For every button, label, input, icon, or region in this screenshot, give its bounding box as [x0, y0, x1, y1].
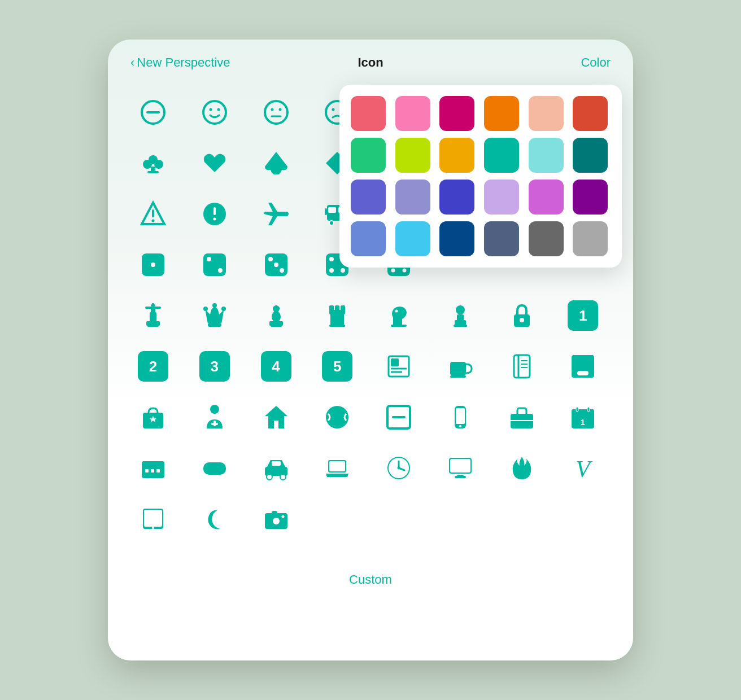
svg-rect-17 — [147, 171, 159, 173]
icon-book[interactable] — [370, 341, 427, 392]
icon-letter-v[interactable]: V — [555, 443, 611, 493]
custom-button[interactable]: Custom — [108, 561, 633, 598]
icon-queen[interactable] — [186, 290, 243, 341]
color-swatch-5[interactable] — [573, 96, 608, 131]
svg-point-152 — [152, 527, 154, 529]
icon-num-3[interactable]: 3 — [186, 341, 243, 392]
app-container: ‹ New Perspective Icon Color — [108, 40, 633, 660]
icon-smiley[interactable] — [186, 87, 243, 138]
icon-phone[interactable] — [432, 392, 489, 443]
icon-warning[interactable] — [125, 189, 181, 239]
svg-rect-29 — [328, 207, 336, 213]
svg-point-51 — [329, 268, 334, 273]
svg-point-49 — [329, 257, 334, 261]
icon-minus-circle[interactable] — [125, 87, 181, 138]
svg-point-68 — [212, 303, 217, 308]
icon-num-4[interactable]: 4 — [248, 341, 304, 392]
icon-king[interactable] — [125, 290, 181, 341]
icon-shopping-bag[interactable] — [125, 392, 181, 443]
color-swatch-4[interactable] — [529, 96, 564, 131]
color-swatch-11[interactable] — [573, 138, 608, 173]
color-swatch-8[interactable] — [439, 138, 474, 173]
color-swatch-9[interactable] — [484, 138, 519, 173]
num-badge-4: 4 — [261, 351, 291, 382]
icon-num-5[interactable]: 5 — [309, 341, 365, 392]
color-swatch-20[interactable] — [439, 221, 474, 256]
color-swatch-0[interactable] — [351, 96, 386, 131]
svg-point-52 — [341, 268, 345, 273]
icon-neutral[interactable] — [248, 87, 304, 138]
color-swatch-23[interactable] — [573, 221, 608, 256]
icon-exclamation[interactable] — [186, 189, 243, 239]
icon-clubs[interactable] — [125, 138, 181, 189]
icon-tennis[interactable] — [309, 392, 365, 443]
svg-point-83 — [395, 310, 398, 313]
icon-gamepad[interactable] — [186, 443, 243, 493]
svg-rect-139 — [329, 461, 345, 471]
color-swatch-10[interactable] — [529, 138, 564, 173]
icon-inbox[interactable] — [555, 341, 611, 392]
icon-num-1[interactable]: 1 — [555, 290, 611, 341]
icon-dice-1[interactable] — [125, 239, 181, 290]
color-swatch-3[interactable] — [484, 96, 519, 131]
icon-no-entry[interactable] — [370, 392, 427, 443]
color-swatch-6[interactable] — [351, 138, 386, 173]
icon-num-2[interactable]: 2 — [125, 341, 181, 392]
icon-dice-3[interactable] — [248, 239, 304, 290]
icon-calendar[interactable]: 1 — [555, 392, 611, 443]
svg-point-72 — [272, 311, 281, 322]
svg-rect-137 — [272, 461, 281, 466]
svg-point-135 — [267, 474, 272, 480]
color-button[interactable]: Color — [581, 55, 611, 70]
icon-camera[interactable] — [248, 493, 304, 544]
color-swatch-22[interactable] — [529, 221, 564, 256]
color-swatch-2[interactable] — [439, 96, 474, 131]
svg-point-131 — [217, 466, 221, 469]
icon-airplane[interactable] — [248, 189, 304, 239]
svg-point-5 — [265, 101, 287, 124]
icon-moon[interactable] — [186, 493, 243, 544]
icon-knight[interactable] — [370, 290, 427, 341]
color-swatch-7[interactable] — [395, 138, 430, 173]
icon-heart[interactable] — [186, 138, 243, 189]
icon-dice-2[interactable] — [186, 239, 243, 290]
svg-rect-86 — [457, 314, 464, 321]
icon-lock[interactable] — [494, 290, 550, 341]
svg-point-2 — [203, 101, 226, 124]
icon-clock[interactable] — [370, 443, 427, 493]
svg-rect-80 — [335, 305, 339, 311]
svg-rect-146 — [450, 459, 470, 473]
icon-mug[interactable] — [432, 341, 489, 392]
color-swatch-12[interactable] — [351, 180, 386, 215]
svg-rect-130 — [206, 468, 210, 470]
color-swatch-14[interactable] — [439, 180, 474, 215]
svg-rect-156 — [272, 511, 277, 514]
svg-rect-103 — [577, 371, 589, 375]
icon-tablet[interactable] — [125, 493, 181, 544]
color-swatch-21[interactable] — [484, 221, 519, 256]
icon-briefcase[interactable] — [494, 392, 550, 443]
icon-bishop[interactable] — [248, 290, 304, 341]
icon-doctor[interactable] — [186, 392, 243, 443]
icon-fire[interactable] — [494, 443, 550, 493]
svg-rect-77 — [330, 313, 344, 326]
icon-home[interactable] — [248, 392, 304, 443]
back-button[interactable]: ‹ New Perspective — [130, 55, 230, 70]
color-swatch-18[interactable] — [351, 221, 386, 256]
svg-point-106 — [210, 405, 219, 414]
icon-laptop[interactable] — [309, 443, 365, 493]
color-swatch-17[interactable] — [573, 180, 608, 215]
icon-rook[interactable] — [309, 290, 365, 341]
icon-monitor[interactable] — [432, 443, 489, 493]
color-swatch-16[interactable] — [529, 180, 564, 215]
icon-calendar2[interactable] — [125, 443, 181, 493]
icon-pawn[interactable] — [432, 290, 489, 341]
icon-car[interactable] — [248, 443, 304, 493]
color-swatch-15[interactable] — [484, 180, 519, 215]
color-swatch-13[interactable] — [395, 180, 430, 215]
icon-notebook[interactable] — [494, 341, 550, 392]
color-swatch-1[interactable] — [395, 96, 430, 131]
svg-rect-151 — [144, 510, 162, 527]
color-swatch-19[interactable] — [395, 221, 430, 256]
icon-spades[interactable] — [248, 138, 304, 189]
